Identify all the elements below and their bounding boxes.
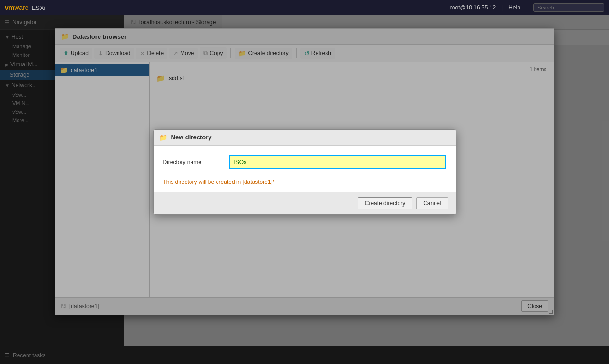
dialog-input-wrap (229, 155, 446, 169)
search-input[interactable] (533, 3, 604, 12)
dialog-hint: This directory will be created in [datas… (163, 177, 446, 187)
topbar-right: root@10.16.55.12 | Help | (450, 3, 604, 12)
vm-logo: vmware (5, 4, 29, 11)
cancel-button[interactable]: Cancel (416, 197, 448, 209)
browser-window: 📁 Datastore browser ⬆ Upload ⬇ Download … (55, 28, 554, 315)
esxi-label: ESXi (32, 4, 45, 11)
dialog-backdrop: 📁 New directory Directory name This dire… (55, 29, 554, 315)
help-label[interactable]: Help (509, 4, 520, 11)
directory-name-input[interactable] (229, 155, 446, 169)
create-directory-confirm-button[interactable]: Create directory (358, 197, 412, 209)
dialog-title: New directory (171, 134, 212, 141)
topbar: vmware ESXi root@10.16.55.12 | Help | (0, 0, 609, 15)
dialog-footer: Create directory Cancel (154, 192, 456, 214)
dialog-body: Directory name This directory will be cr… (154, 146, 456, 192)
dialog-titlebar: 📁 New directory (154, 130, 456, 146)
dialog-folder-icon: 📁 (159, 134, 167, 141)
logo: vmware ESXi (5, 4, 45, 11)
user-label: root@10.16.55.12 (450, 4, 496, 11)
dialog-label: Directory name (163, 156, 229, 168)
dialog-input-row: Directory name (163, 155, 446, 169)
new-directory-dialog: 📁 New directory Directory name This dire… (153, 129, 456, 215)
